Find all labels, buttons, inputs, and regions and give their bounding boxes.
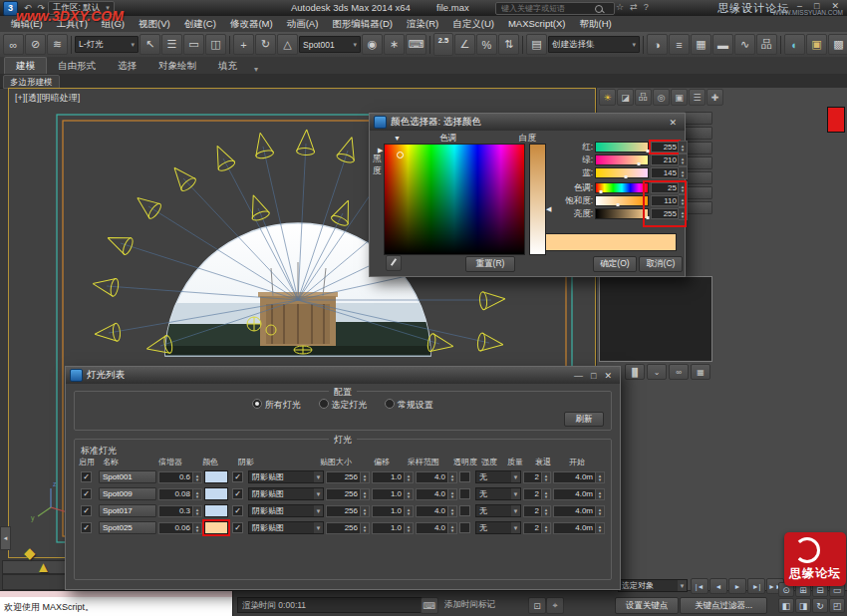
snap-toggle-icon[interactable]: 2.5 bbox=[433, 33, 453, 56]
ribbon-tab-填充[interactable]: 填充 bbox=[207, 58, 248, 74]
ribbon-tab-对象绘制[interactable]: 对象绘制 bbox=[147, 58, 207, 74]
map-preview-box[interactable] bbox=[599, 276, 712, 362]
multiplier-spinner-value[interactable]: 0.06 bbox=[158, 522, 193, 534]
radio-icon[interactable] bbox=[385, 399, 395, 409]
sample-range-spinner[interactable]: 4.0▴▾ bbox=[416, 505, 457, 517]
hierarchy-tab-icon[interactable]: 品 bbox=[635, 89, 652, 106]
decay-start-spinner[interactable]: 4.0m▴▾ bbox=[553, 471, 605, 483]
window-crossing-icon[interactable]: ◫ bbox=[205, 34, 226, 55]
orbit-icon[interactable]: ↻ bbox=[812, 598, 828, 613]
spinner-arrows[interactable]: ▴▾ bbox=[596, 471, 605, 483]
color-selector-titlebar[interactable]: 颜色选择器: 选择颜色 ✕ bbox=[370, 114, 685, 131]
viewport-label[interactable]: [+][透][明暗处理] bbox=[15, 92, 80, 105]
decay-start-spinner[interactable]: 4.0m▴▾ bbox=[553, 522, 605, 534]
exchange-icon[interactable]: ⇄ bbox=[627, 2, 641, 12]
green-channel-slider[interactable] bbox=[595, 154, 649, 165]
transparency-checkbox[interactable] bbox=[459, 471, 470, 482]
maxscript-mini-listener[interactable]: 欢迎使用 MAXScript。 bbox=[0, 591, 233, 616]
curve-editor-icon[interactable]: ∿ bbox=[734, 34, 755, 55]
spinner-arrows[interactable]: ▴▾ bbox=[193, 505, 202, 517]
hue-channel-slider[interactable] bbox=[595, 182, 649, 193]
eyedropper-icon[interactable] bbox=[386, 255, 402, 271]
maximize-button[interactable]: □ bbox=[587, 371, 600, 381]
select-and-rotate-icon[interactable]: ↻ bbox=[255, 34, 276, 55]
make-unique-icon[interactable]: ∞ bbox=[669, 364, 689, 380]
spinner-snap-icon[interactable]: ⇅ bbox=[498, 34, 519, 55]
close-button[interactable]: ✕ bbox=[600, 371, 616, 381]
display-tab-icon[interactable]: ▣ bbox=[671, 89, 688, 106]
spinner-arrows[interactable]: ▴▾ bbox=[542, 488, 551, 500]
spotlight-cone[interactable] bbox=[336, 135, 361, 164]
quality-spinner[interactable]: 2▴▾ bbox=[523, 522, 551, 534]
absolute-offset-icon[interactable]: ⌖ bbox=[546, 597, 564, 614]
sample-range-spinner[interactable]: 4.0▴▾ bbox=[416, 488, 457, 500]
transparency-checkbox[interactable] bbox=[459, 505, 470, 516]
blue-value-field[interactable]: 145 bbox=[651, 167, 679, 178]
decay-start-spinner-value[interactable]: 4.0m bbox=[553, 488, 596, 500]
rollout-button[interactable] bbox=[685, 156, 712, 169]
pin-stack-icon[interactable]: ▐▌ bbox=[625, 364, 645, 380]
spotlight-cone[interactable] bbox=[476, 333, 504, 354]
shadow-checkbox[interactable]: ✓ bbox=[232, 488, 243, 499]
rollout-button[interactable] bbox=[685, 201, 712, 214]
use-pivot-center-icon[interactable]: ◉ bbox=[362, 34, 383, 55]
light-enabled-checkbox[interactable]: ✓ bbox=[81, 471, 92, 482]
red-value-field[interactable]: 255 bbox=[651, 142, 679, 153]
spotlight-cone[interactable] bbox=[94, 323, 121, 343]
decay-dropdown[interactable]: 无▼ bbox=[475, 470, 521, 483]
spinner-arrows[interactable]: ▴▾ bbox=[596, 522, 605, 534]
spotlight-cone[interactable] bbox=[105, 229, 136, 256]
selection-region-icon[interactable]: ▭ bbox=[183, 34, 204, 55]
decay-dropdown[interactable]: 无▼ bbox=[475, 504, 521, 517]
spotlight-cone[interactable] bbox=[209, 143, 236, 173]
bias-spinner[interactable]: 1.0▴▾ bbox=[372, 488, 414, 500]
reset-button[interactable]: 重置(R) bbox=[465, 256, 515, 272]
light-name-field[interactable]: Spot017 bbox=[99, 504, 156, 517]
rollout-button[interactable] bbox=[685, 186, 712, 199]
quality-spinner[interactable]: 2▴▾ bbox=[523, 488, 551, 500]
material-editor-icon[interactable]: ◐ bbox=[784, 34, 805, 55]
select-and-link-icon[interactable]: ∞ bbox=[3, 34, 24, 55]
spinner-arrows[interactable]: ▴▾ bbox=[193, 471, 202, 483]
percent-snap-icon[interactable]: % bbox=[476, 34, 497, 55]
unlink-selection-icon[interactable]: ⊘ bbox=[25, 34, 46, 55]
menu-item[interactable]: 图形编辑器(D) bbox=[325, 16, 400, 32]
map-size-spinner[interactable]: 256▴▾ bbox=[326, 488, 370, 500]
macro-recorder-strip[interactable] bbox=[0, 591, 232, 597]
edit-named-selection-sets-icon[interactable]: ▤ bbox=[526, 34, 547, 55]
saturation-value-field[interactable]: 110 bbox=[651, 195, 679, 206]
utilities-tab-icon[interactable]: ☰ bbox=[689, 89, 706, 106]
multiplier-spinner[interactable]: 0.3▴▾ bbox=[158, 505, 202, 517]
decay-start-spinner-value[interactable]: 4.0m bbox=[553, 471, 596, 483]
select-by-name-icon[interactable]: ☰ bbox=[161, 34, 182, 55]
refresh-button[interactable]: 刷新 bbox=[564, 412, 604, 427]
menu-item[interactable]: 自定义(U) bbox=[445, 16, 501, 32]
light-name-field[interactable]: Spot025 bbox=[99, 521, 156, 534]
quality-spinner-value[interactable]: 2 bbox=[523, 471, 542, 483]
spinner-arrows[interactable]: ▴▾ bbox=[679, 166, 688, 179]
keyboard-entry-icon[interactable]: ⌨ bbox=[421, 597, 438, 614]
sample-range-spinner[interactable]: 4.0▴▾ bbox=[416, 471, 457, 483]
spinner-arrows[interactable]: ▴▾ bbox=[448, 522, 457, 534]
bias-spinner-value[interactable]: 1.0 bbox=[372, 471, 405, 483]
sample-range-spinner[interactable]: 4.0▴▾ bbox=[416, 522, 457, 534]
sign-in-icon[interactable]: ☆ bbox=[613, 2, 627, 12]
green-value-field[interactable]: 210 bbox=[651, 154, 679, 165]
blackness-marker-icon[interactable]: ▶ bbox=[378, 147, 383, 154]
light-name-field[interactable]: Spot001 bbox=[99, 470, 156, 483]
rollout-button[interactable] bbox=[685, 127, 712, 140]
sample-range-spinner-value[interactable]: 4.0 bbox=[416, 522, 448, 534]
spinner-arrows[interactable]: ▴▾ bbox=[448, 488, 457, 500]
light-color-swatch[interactable] bbox=[827, 107, 845, 133]
zoom-region-icon[interactable]: ◧ bbox=[778, 598, 794, 613]
spinner-arrows[interactable]: ▴▾ bbox=[405, 505, 414, 517]
bias-spinner-value[interactable]: 1.0 bbox=[372, 505, 405, 517]
quality-spinner-value[interactable]: 2 bbox=[523, 505, 542, 517]
menu-item[interactable]: 渲染(R) bbox=[400, 16, 445, 32]
quality-spinner[interactable]: 2▴▾ bbox=[523, 505, 551, 517]
motion-tab-icon[interactable]: ◎ bbox=[653, 89, 670, 106]
mirror-icon[interactable]: ◑ bbox=[647, 34, 668, 55]
bias-spinner[interactable]: 1.0▴▾ bbox=[372, 505, 414, 517]
light-lister-titlebar[interactable]: 灯光列表 —□✕ bbox=[66, 367, 620, 384]
spinner-arrows[interactable]: ▴▾ bbox=[405, 471, 414, 483]
